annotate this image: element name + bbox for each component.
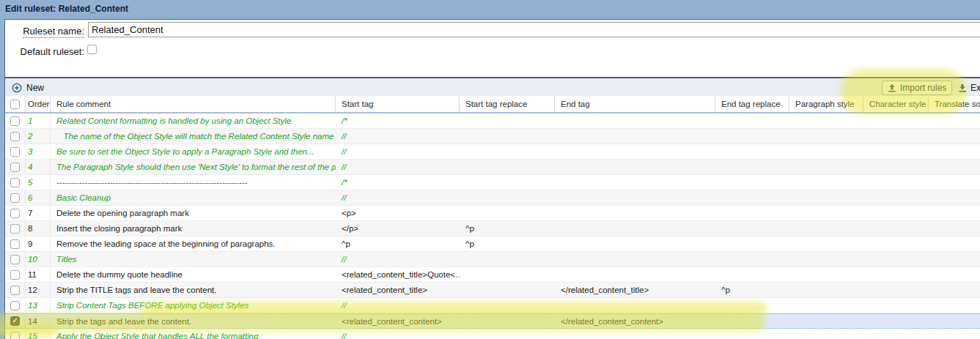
table-row[interactable]: 6 Basic Cleanup // bbox=[5, 190, 980, 206]
rule-comment: Titles bbox=[51, 252, 336, 267]
row-checkbox[interactable] bbox=[10, 224, 20, 234]
export-rules-button[interactable]: Exp bbox=[958, 81, 980, 95]
rule-order: 12 bbox=[26, 283, 51, 297]
table-row[interactable]: 13 Strip Content Tags BEFORE applying Ob… bbox=[5, 298, 980, 313]
row-checkbox-cell bbox=[5, 267, 26, 282]
rule-end-tag bbox=[555, 160, 715, 174]
rule-translate bbox=[929, 190, 980, 205]
row-checkbox[interactable] bbox=[10, 332, 20, 339]
row-checkbox[interactable] bbox=[10, 255, 20, 264]
rule-start-tag: <related_content_content> bbox=[336, 314, 460, 328]
rule-comment: Insert the closing paragraph mark bbox=[51, 221, 336, 236]
row-checkbox[interactable] bbox=[10, 301, 20, 310]
row-checkbox[interactable] bbox=[10, 116, 20, 126]
rule-end-tag-replace bbox=[715, 144, 789, 159]
rule-comment: Strip the tags and leave the content. bbox=[51, 314, 336, 328]
rule-end-tag-replace bbox=[715, 267, 789, 282]
row-checkbox[interactable] bbox=[10, 132, 20, 141]
ruleset-name-input[interactable] bbox=[88, 22, 980, 37]
rule-end-tag bbox=[555, 252, 715, 267]
rule-translate bbox=[929, 113, 980, 128]
rule-order: 15 bbox=[26, 329, 51, 339]
rule-order: 8 bbox=[26, 221, 51, 236]
rule-end-tag bbox=[555, 190, 715, 205]
rule-comment: The name of the Object Style will match … bbox=[51, 129, 336, 144]
rule-start-tag: // bbox=[336, 129, 460, 144]
row-checkbox[interactable] bbox=[10, 239, 20, 249]
rules-table-header: Order Rule comment Start tag Start tag r… bbox=[5, 96, 980, 113]
row-checkbox[interactable] bbox=[10, 178, 20, 187]
rule-comment: Apply the Object Style that handles ALL … bbox=[51, 329, 336, 339]
rule-paragraph-style bbox=[789, 252, 863, 267]
new-rule-label: New bbox=[26, 83, 44, 93]
rule-character-style bbox=[863, 206, 929, 220]
plus-circle-icon bbox=[12, 83, 22, 93]
rule-comment: Be sure to set the Object Style to apply… bbox=[51, 144, 336, 159]
row-checkbox[interactable] bbox=[10, 286, 20, 295]
rule-comment: Basic Cleanup bbox=[51, 190, 336, 205]
edit-ruleset-panel: Ruleset name: Default ruleset: New Impor… bbox=[4, 19, 980, 339]
rule-start-tag-replace bbox=[460, 190, 555, 205]
row-checkbox[interactable] bbox=[10, 147, 20, 157]
default-ruleset-checkbox[interactable] bbox=[87, 45, 97, 54]
import-rules-button[interactable]: Import rules bbox=[882, 81, 952, 95]
rule-comment: Related Content formatting is handled by… bbox=[51, 113, 336, 128]
rule-end-tag-replace bbox=[715, 252, 789, 267]
row-checkbox-cell bbox=[5, 298, 26, 313]
table-row[interactable]: 15 Apply the Object Style that handles A… bbox=[5, 329, 980, 339]
rule-paragraph-style bbox=[789, 236, 863, 251]
rule-paragraph-style bbox=[789, 144, 863, 159]
rule-start-tag-replace bbox=[460, 329, 555, 339]
rule-character-style bbox=[863, 221, 929, 236]
column-header-end-tag: End tag bbox=[555, 96, 715, 112]
rule-start-tag-replace bbox=[460, 298, 555, 313]
column-header-character-style: Character style bbox=[863, 96, 929, 112]
table-row[interactable]: 3 Be sure to set the Object Style to app… bbox=[5, 144, 980, 160]
row-checkbox-cell bbox=[5, 221, 26, 236]
window-title: Edit ruleset: Related_Content bbox=[5, 4, 128, 14]
rule-order: 9 bbox=[26, 236, 51, 251]
rule-end-tag-replace bbox=[715, 298, 789, 313]
row-checkbox[interactable] bbox=[10, 163, 20, 172]
table-row[interactable]: 11 Delete the dummy quote headline <rela… bbox=[5, 267, 980, 283]
select-all-checkbox[interactable] bbox=[10, 100, 20, 109]
rule-end-tag-replace bbox=[715, 175, 789, 190]
table-row[interactable]: 4 The Paragraph Style should then use 'N… bbox=[5, 160, 980, 175]
row-checkbox[interactable] bbox=[10, 209, 20, 218]
rule-order: 4 bbox=[26, 160, 51, 174]
table-row[interactable]: 12 Strip the TITLE tags and leave the co… bbox=[5, 283, 980, 298]
rule-start-tag: // bbox=[336, 252, 460, 267]
table-row[interactable]: 1 Related Content formatting is handled … bbox=[5, 113, 980, 129]
table-row[interactable]: 7 Delete the opening paragraph mark <p> bbox=[5, 206, 980, 221]
rule-end-tag bbox=[555, 267, 715, 282]
export-rules-label: Exp bbox=[970, 83, 980, 93]
row-checkbox-cell bbox=[5, 129, 26, 144]
row-checkbox-cell bbox=[5, 314, 26, 328]
upload-icon bbox=[888, 83, 896, 92]
rule-paragraph-style bbox=[789, 267, 863, 282]
rule-character-style bbox=[863, 113, 929, 128]
rule-character-style bbox=[863, 314, 929, 328]
table-row[interactable]: 10 Titles // bbox=[5, 252, 980, 267]
rule-start-tag: // bbox=[336, 144, 460, 159]
rule-comment: The Paragraph Style should then use 'Nex… bbox=[51, 160, 336, 174]
column-header-translate: Translate so bbox=[929, 96, 980, 112]
row-checkbox-cell bbox=[5, 206, 26, 220]
table-row[interactable]: 5 --------------------------------------… bbox=[5, 175, 980, 190]
table-row[interactable]: 9 Remove the leading space at the beginn… bbox=[5, 236, 980, 252]
rule-end-tag bbox=[555, 175, 715, 190]
rule-order: 1 bbox=[26, 113, 51, 128]
rule-end-tag-replace bbox=[715, 206, 789, 220]
row-checkbox-cell bbox=[5, 236, 26, 251]
row-checkbox-cell bbox=[5, 175, 26, 190]
row-checkbox[interactable] bbox=[10, 270, 20, 280]
table-row[interactable]: 2 The name of the Object Style will matc… bbox=[5, 129, 980, 144]
row-checkbox-cell bbox=[5, 144, 26, 159]
table-row[interactable]: 8 Insert the closing paragraph mark </p>… bbox=[5, 221, 980, 236]
table-row[interactable]: 14 Strip the tags and leave the content.… bbox=[5, 313, 980, 329]
rule-comment: Strip the TITLE tags and leave the conte… bbox=[51, 283, 336, 297]
row-checkbox[interactable] bbox=[10, 316, 20, 326]
row-checkbox[interactable] bbox=[10, 193, 20, 203]
new-rule-button[interactable]: New bbox=[12, 78, 44, 97]
rule-order: 3 bbox=[26, 144, 51, 159]
